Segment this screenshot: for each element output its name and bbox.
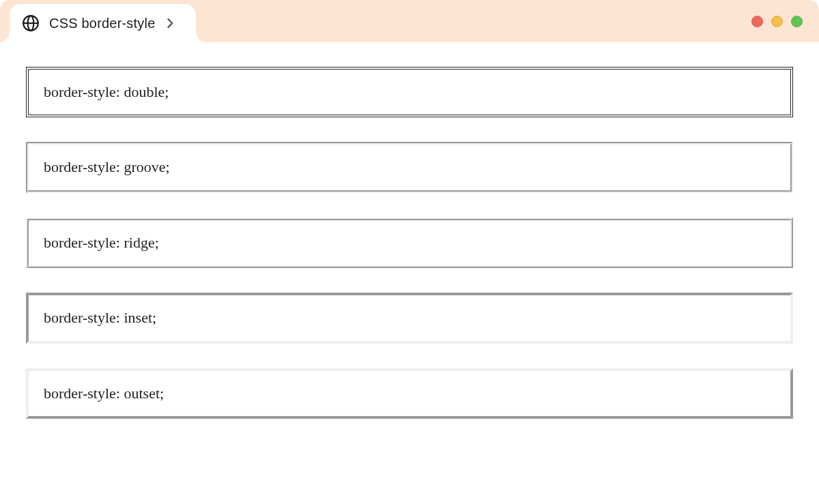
example-border-double: border-style: double; xyxy=(26,67,793,117)
example-border-groove: border-style: groove; xyxy=(26,142,793,192)
example-label: border-style: ridge; xyxy=(44,234,159,251)
close-window-icon[interactable] xyxy=(751,16,763,27)
example-label: border-style: outset; xyxy=(44,385,164,402)
browser-tab[interactable]: CSS border-style xyxy=(10,4,196,42)
example-label: border-style: groove; xyxy=(44,158,170,175)
example-border-outset: border-style: outset; xyxy=(26,368,793,419)
example-border-inset: border-style: inset; xyxy=(26,293,793,343)
tab-title: CSS border-style xyxy=(49,16,155,31)
minimize-window-icon[interactable] xyxy=(771,16,783,27)
example-label: border-style: double; xyxy=(44,83,169,100)
chevron-right-icon xyxy=(164,17,177,29)
page-content: border-style: double; border-style: groo… xyxy=(0,42,819,419)
globe-icon xyxy=(22,14,40,32)
browser-titlebar: CSS border-style xyxy=(0,0,819,42)
maximize-window-icon[interactable] xyxy=(791,16,803,27)
example-border-ridge: border-style: ridge; xyxy=(26,218,793,268)
example-label: border-style: inset; xyxy=(44,309,156,326)
window-controls xyxy=(751,0,803,42)
